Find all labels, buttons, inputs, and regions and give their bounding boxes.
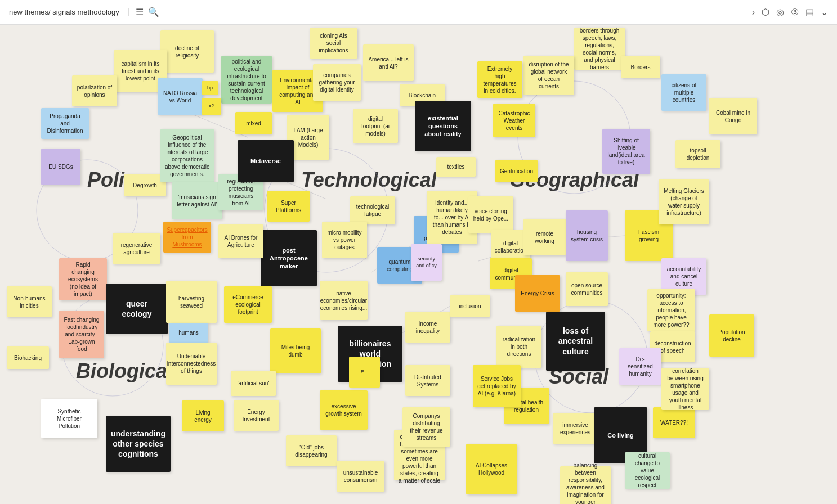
note-n53[interactable]: Distributed Systems <box>405 365 450 396</box>
note-n16[interactable]: Metaverse <box>238 140 294 182</box>
note-n39[interactable]: Fast changing food industry and scarcity… <box>59 310 104 358</box>
note-n42[interactable]: 'artificial sun' <box>231 371 276 396</box>
note-n54[interactable]: Companys distributing their revenue stre… <box>402 407 450 447</box>
note-n91[interactable]: understanding other species cognitions <box>106 416 171 472</box>
chevron-down-icon[interactable]: ⌄ <box>821 7 828 17</box>
note-n78[interactable]: Population decline <box>709 314 754 357</box>
note-n95[interactable]: x2 <box>202 98 221 115</box>
note-n51[interactable]: Income inequality <box>405 312 450 343</box>
note-text-n36: harvesting seaweed <box>171 295 212 309</box>
note-n86[interactable]: citizens of multiple countries <box>661 74 706 111</box>
note-n92[interactable]: Synthetic Microfiber Pollution <box>41 399 97 438</box>
note-n43[interactable]: Energy Investment <box>234 400 279 431</box>
note-text-n70: Service Jobs get replaced by AI (e.g. Kl… <box>477 375 516 397</box>
note-n85[interactable]: Gentrification <box>495 160 538 182</box>
note-n47[interactable]: unsustainable consumerism <box>337 461 384 492</box>
note-n8[interactable]: Geopolitical influence of the interests … <box>160 129 214 182</box>
frame-icon[interactable]: ⬡ <box>762 7 769 17</box>
note-n11[interactable]: Super Plattforms <box>267 191 310 222</box>
note-n5[interactable]: Propaganda and Disinformation <box>41 108 89 139</box>
note-n96[interactable]: bp <box>202 81 218 95</box>
expand-icon[interactable]: › <box>752 7 755 17</box>
note-n41[interactable]: Miles being dumb <box>270 328 321 374</box>
note-n52[interactable]: inclusion <box>450 295 490 317</box>
note-n67[interactable]: radicalization in both directions <box>496 326 541 368</box>
note-n63[interactable]: housing system crisis <box>566 210 608 261</box>
menu-icon[interactable]: ☰ <box>136 7 144 17</box>
note-n79[interactable]: correlation between rising smartphone us… <box>661 368 709 410</box>
note-n77[interactable]: De-sensitized humanity <box>619 348 661 385</box>
note-n71[interactable]: immersive experiences <box>553 413 598 444</box>
note-n33[interactable]: Rapid changing ecosystems (no idea of im… <box>59 258 107 300</box>
note-n31[interactable]: Supercapacitors from Mushrooms <box>163 222 211 253</box>
note-n65[interactable]: Energy Crisis <box>515 275 560 312</box>
note-n45[interactable]: "Old" jobs disappearing <box>286 435 337 466</box>
note-n83[interactable]: Extremely high temperatures in cold citi… <box>477 61 522 98</box>
note-text-n2: capitalism in its finest and in its lowe… <box>118 60 163 82</box>
note-n46[interactable]: excessive growth system <box>320 390 368 430</box>
note-text-n26: micro mobility vs power outages <box>326 229 362 251</box>
note-n28[interactable]: post Antropocene maker <box>261 230 317 286</box>
note-n44[interactable]: Living energy <box>182 400 224 431</box>
note-n23[interactable]: textiles <box>436 157 476 177</box>
target-icon[interactable]: ◎ <box>776 7 784 17</box>
number-icon[interactable]: ③ <box>791 7 799 17</box>
note-n75[interactable]: opportunity: access to information, peop… <box>647 289 695 331</box>
note-n87[interactable]: Cobal mine in Congo <box>709 98 757 134</box>
note-n30[interactable]: eCommerce ecological footprint <box>224 286 272 323</box>
note-n6[interactable]: EU SDGs <box>41 148 80 185</box>
note-n40[interactable]: Biohacking <box>7 346 49 369</box>
note-n4[interactable]: NATO Russia vs World <box>158 78 203 115</box>
note-text-n4: NATO Russia vs World <box>162 89 198 104</box>
note-text-n42: 'artificial sun' <box>238 380 270 387</box>
note-n93[interactable]: cultural change to value ecological resp… <box>625 452 670 489</box>
note-text-n95: x2 <box>209 103 214 110</box>
note-text-n28: post Antropocene maker <box>265 246 312 271</box>
layout-icon[interactable]: ▤ <box>805 7 814 17</box>
note-n7[interactable]: Degrowth <box>124 174 166 196</box>
note-n15[interactable]: mixed <box>235 112 272 134</box>
note-text-n77: De-sensitized humanity <box>624 356 657 377</box>
note-n49[interactable]: E... <box>349 357 380 388</box>
note-n20[interactable]: America... left is anti AI? <box>363 44 414 81</box>
note-n55[interactable]: AI Collapses Hollywood <box>466 444 517 494</box>
note-n73[interactable]: WATER??! <box>653 407 695 438</box>
note-n38[interactable]: Undeniable interconnectedness of things <box>166 343 217 385</box>
note-text-n43: Energy Investment <box>238 408 274 423</box>
note-n94[interactable]: balancing between responsibility, awaren… <box>560 466 611 504</box>
note-n3[interactable]: polarization of opinions <box>72 75 117 106</box>
note-n1[interactable]: decline of religiosity <box>160 30 214 73</box>
note-n68[interactable]: loss of ancestral culture <box>546 312 605 371</box>
note-n66[interactable]: open source communities <box>566 272 608 306</box>
note-text-n71: immersive experiences <box>557 421 593 436</box>
note-n27[interactable]: native economies/circular economies risi… <box>320 281 368 320</box>
note-n62[interactable]: remote working <box>523 219 566 255</box>
note-n82[interactable]: disruption of the global network of ocea… <box>523 56 574 95</box>
note-n9[interactable]: 'musicians sign letter against AI' <box>172 182 222 219</box>
note-n18[interactable]: companies gathering your digital identit… <box>313 64 361 101</box>
note-n37[interactable]: humans <box>169 323 208 343</box>
note-n22[interactable]: existential questions about reality <box>415 101 471 151</box>
note-n89[interactable]: Shifting of liveable land(ideal area to … <box>602 129 650 174</box>
note-n90[interactable]: Melting Glaciers (change of water supply… <box>659 179 709 224</box>
note-text-n80: borders through speech, laws, regulation… <box>579 27 620 71</box>
note-n17[interactable]: cloning AIs social implications <box>310 28 357 58</box>
note-n34[interactable]: Non-humans in cities <box>7 286 52 317</box>
note-n35[interactable]: queer ecology <box>106 284 168 334</box>
note-n84[interactable]: Catastrophic Weather events <box>493 104 535 137</box>
search-icon[interactable]: 🔍 <box>148 7 159 17</box>
note-n70[interactable]: Service Jobs get replaced by AI (e.g. Kl… <box>473 365 521 407</box>
note-n88[interactable]: topsoil depletion <box>675 140 720 168</box>
note-n81[interactable]: Borders <box>621 56 660 78</box>
note-n58[interactable]: security and of cy <box>411 244 442 281</box>
note-n32[interactable]: regenerative agriculture <box>113 233 160 264</box>
note-text-n21: Blockchain <box>409 92 436 99</box>
note-n19[interactable]: digital footprint (ai models) <box>353 109 398 143</box>
note-n80[interactable]: borders through speech, laws, regulation… <box>574 28 625 70</box>
note-n24[interactable]: technological fatigue <box>350 196 395 224</box>
note-n26[interactable]: micro mobility vs power outages <box>322 222 367 258</box>
note-n36[interactable]: harvesting seaweed <box>166 281 217 323</box>
note-n59[interactable]: voice cloning held by Ope... <box>468 196 513 233</box>
note-n12[interactable]: political and ecological infrastructure … <box>221 56 272 104</box>
note-n29[interactable]: AI Drones for Agriculture <box>218 224 263 258</box>
